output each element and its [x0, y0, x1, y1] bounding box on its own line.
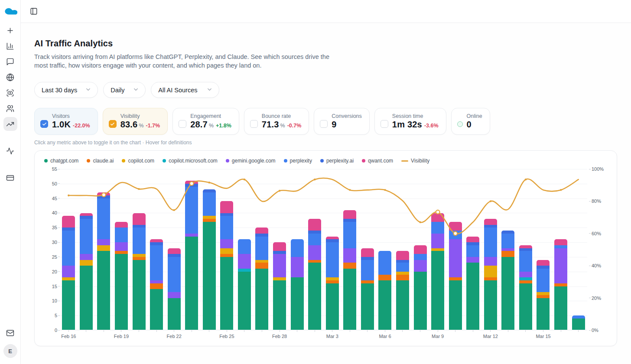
left-axis-tick: 55 [52, 166, 60, 172]
x-axis-label: Feb 19 [114, 334, 129, 339]
bar-segment-perplexity [449, 231, 462, 239]
bar-segment-perplexity [291, 239, 304, 257]
bar-segment-chatgpt-com [291, 277, 304, 330]
bar-segment-perplexity [255, 237, 268, 260]
bar-segment-perplexity [238, 239, 251, 254]
app-root: E AI Traffic Analytics Track visitors ar… [0, 0, 631, 364]
metric-checkbox-unchecked[interactable] [320, 120, 328, 128]
filter-dropdown-all-ai-sources[interactable]: All AI Sources [151, 82, 219, 98]
bar-segment-gemini-google-com [291, 257, 304, 277]
filter-dropdown-daily[interactable]: Daily [103, 82, 146, 98]
bar-segment-gemini-google-com [343, 248, 356, 263]
chevron-down-icon [85, 86, 91, 94]
bar-segment-chatgpt-com [62, 280, 75, 330]
metric-card-online[interactable]: Online 0 [451, 108, 490, 135]
mail-icon[interactable] [3, 326, 17, 340]
metric-checkbox-unchecked[interactable] [179, 120, 186, 128]
bar-segment-qwant-com [431, 213, 444, 222]
metric-value: 9 [332, 120, 336, 130]
bar-segment-qwant-com [255, 228, 268, 234]
legend-line-swatch [401, 160, 408, 162]
chart-card: chatgpt.comclaude.aicopilot.comcopilot.m… [34, 150, 617, 346]
metric-card-bounce-rate[interactable]: Bounce rate 71.3 % -0.7% [244, 108, 309, 135]
sidebar-item-activity[interactable] [3, 144, 17, 158]
metric-card-engagement[interactable]: Engagement 28.7 % +1.8% [172, 108, 239, 135]
panel-left-icon[interactable] [28, 5, 40, 17]
bar-segment-perplexity [554, 245, 567, 248]
bar-segment-copilot-com [431, 248, 444, 251]
bar-segment-perplexity [484, 228, 497, 257]
sidebar-item-monitor[interactable] [3, 86, 17, 100]
bar-segment-copilot-com [97, 245, 110, 251]
bar-segment-perplexity [220, 216, 233, 239]
bar-segment-claude-ai [308, 260, 321, 263]
legend-label: Visibility [411, 158, 429, 164]
left-axis-tick: 10 [52, 298, 60, 303]
filter-dropdown-last-30-days[interactable]: Last 30 days [34, 82, 98, 98]
chart-plot [60, 169, 587, 330]
page-description: Track visitors arriving from AI platform… [34, 52, 333, 70]
bar-segment-qwant-com [97, 192, 110, 195]
bar-segment-gemini-google-com [150, 280, 163, 283]
bar-segment-claude-ai [326, 280, 339, 283]
legend-dot [163, 159, 166, 162]
legend-label: claude.ai [93, 158, 114, 164]
legend-item-copilot-com: copilot.com [122, 158, 154, 164]
stacked-bar-mar-10 [449, 222, 462, 330]
bar-segment-copilot-com [133, 254, 146, 257]
scan-eye-icon [6, 89, 14, 97]
stacked-bar-mar-4 [343, 210, 356, 330]
sidebar-item-messages[interactable] [3, 55, 17, 68]
online-indicator-dot [457, 121, 463, 127]
bar-segment-copilot-com [203, 216, 216, 219]
metric-checkbox-unchecked[interactable] [381, 120, 388, 128]
bar-segment-perplexity-ai [326, 239, 339, 242]
stacked-bar-mar-9 [431, 213, 444, 331]
bar-segment-perplexity-ai [97, 195, 110, 198]
metric-card-session-time[interactable]: Session time 1m 32s -3.6% [374, 108, 446, 135]
bar-segment-claude-ai [220, 254, 233, 257]
metric-checkbox-checked[interactable] [40, 120, 48, 128]
legend-item-chatgpt-com: chatgpt.com [44, 158, 78, 164]
metric-card-visibility[interactable]: Visibility 83.6 % -1.7% [103, 108, 168, 135]
bar-segment-perplexity-ai [168, 254, 181, 257]
stacked-bar-feb-25 [220, 201, 233, 330]
bar-segment-qwant-com [185, 181, 198, 184]
chart-plot-wrap: 0510152025303540455055 0%20%40%60%80%100… [43, 169, 608, 330]
metric-label: Session time [392, 113, 439, 119]
sidebar-item-traffic-analytics[interactable] [3, 117, 17, 131]
legend-dot [362, 159, 365, 162]
bar-segment-perplexity [80, 219, 93, 254]
metric-checkbox-checked[interactable] [109, 120, 117, 128]
left-axis-tick: 5 [55, 313, 60, 318]
cloud-logo[interactable] [3, 4, 18, 16]
metric-card-visitors[interactable]: Visitors 1.0K -22.0% [34, 108, 98, 135]
bar-segment-gemini-google-com [185, 234, 198, 237]
bar-segment-gemini-google-com [80, 254, 93, 260]
sidebar-item-billing[interactable] [3, 171, 17, 185]
bar-segment-qwant-com [80, 213, 93, 216]
metric-card-conversions[interactable]: Conversions 9 [314, 108, 369, 135]
filter-label: Daily [111, 87, 124, 94]
metric-delta: +1.8% [216, 123, 231, 129]
sidebar-item-audience[interactable] [3, 101, 17, 115]
bar-segment-gemini-google-com [554, 248, 567, 283]
sidebar-item-reports[interactable] [3, 39, 17, 53]
sidebar-item-web[interactable] [3, 70, 17, 84]
legend-dot [44, 159, 48, 162]
legend-dot [226, 159, 229, 162]
sidebar-item-new[interactable] [3, 23, 17, 37]
right-axis-tick: 40% [589, 263, 601, 268]
stacked-bar-feb-21 [150, 239, 163, 330]
avatar[interactable]: E [3, 344, 17, 358]
stacked-bar-mar-11 [466, 237, 479, 330]
metric-checkbox-unchecked[interactable] [250, 120, 258, 128]
plus-icon [6, 26, 14, 35]
bar-segment-claude-ai [361, 280, 374, 283]
bar-segment-qwant-com [308, 219, 321, 231]
x-axis-label: Feb 25 [219, 334, 234, 339]
legend-item-visibility: Visibility [401, 158, 429, 164]
bar-segment-perplexity-ai [519, 248, 532, 251]
bar-segment-perplexity-ai [501, 231, 514, 234]
metric-value: 83.6 [120, 120, 138, 130]
